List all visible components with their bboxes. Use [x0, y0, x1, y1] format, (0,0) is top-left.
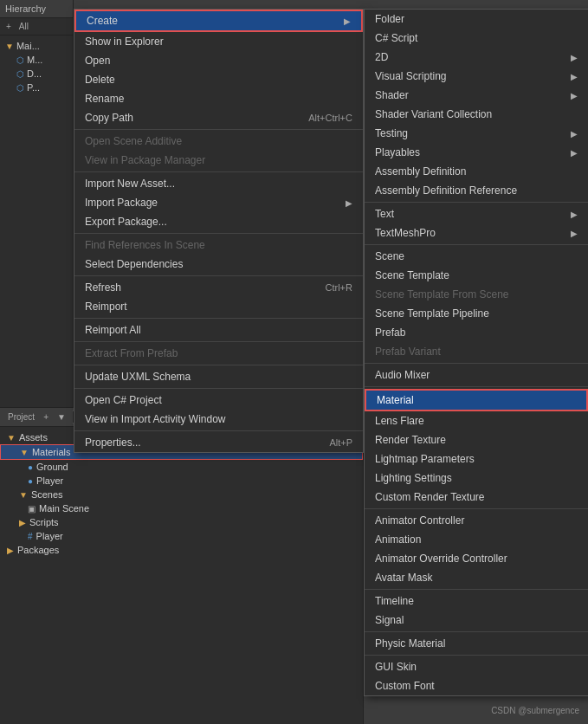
menu-item-reimport[interactable]: Reimport	[74, 297, 363, 316]
folder-icon: ▼	[20, 448, 29, 457]
sub-menu-item-material[interactable]: Material	[365, 389, 588, 411]
separator	[74, 233, 363, 234]
submenu-arrow: ▶	[571, 229, 578, 238]
project-title: Project	[5, 411, 37, 423]
sub-menu-item-custom-render-texture[interactable]: Custom Render Texture	[365, 488, 588, 507]
sub-menu-item-timeline[interactable]: Timeline	[365, 591, 588, 611]
menu-item-refresh[interactable]: Refresh Ctrl+R	[74, 278, 363, 297]
hierarchy-all-btn[interactable]: All	[16, 21, 31, 32]
menu-item-label: Playables	[375, 146, 420, 158]
asset-item-scenes[interactable]: ▼ Scenes	[0, 488, 363, 501]
sub-menu-item-animator-override[interactable]: Animator Override Controller	[365, 549, 588, 568]
sub-menu-item-lighting-settings[interactable]: Lighting Settings	[365, 469, 588, 488]
sub-menu-item-lightmap-params[interactable]: Lightmap Parameters	[365, 449, 588, 469]
menu-item-label: Delete	[85, 74, 115, 86]
menu-item-label: Open C# Project	[85, 394, 162, 406]
menu-item-delete[interactable]: Delete	[74, 70, 363, 89]
sub-menu-item-render-texture[interactable]: Render Texture	[365, 430, 588, 449]
asset-item-label: Assets	[19, 432, 48, 443]
menu-item-label: Scene Template From Scene	[375, 288, 509, 301]
sub-menu-item-visual-scripting[interactable]: Visual Scripting ▶	[365, 67, 588, 86]
sub-menu-item-text[interactable]: Text ▶	[365, 204, 588, 223]
menu-item-rename[interactable]: Rename	[74, 89, 363, 108]
sphere-icon: ●	[28, 462, 33, 472]
menu-item-properties[interactable]: Properties... Alt+P	[74, 433, 363, 452]
menu-item-label: TextMeshPro	[375, 227, 436, 239]
menu-item-label: Copy Path	[85, 112, 133, 124]
hierarchy-add-btn[interactable]: +	[3, 21, 14, 32]
separator	[74, 318, 363, 319]
menu-item-label: Reimport	[85, 301, 127, 313]
watermark: CSDN @submergence	[491, 706, 579, 715]
submenu-arrow: ▶	[344, 16, 351, 26]
sub-menu-item-shader-variant[interactable]: Shader Variant Collection	[365, 105, 588, 124]
menu-item-label: Animator Override Controller	[375, 553, 507, 565]
folder-icon: ▼	[7, 433, 16, 443]
project-add-btn[interactable]: +	[41, 411, 51, 423]
menu-item-open[interactable]: Open	[74, 51, 363, 70]
menu-item-extract-prefab: Extract From Prefab	[74, 344, 363, 363]
asset-item-ground[interactable]: ● Ground	[0, 460, 363, 474]
sub-menu-item-scene-template[interactable]: Scene Template	[365, 266, 588, 285]
sub-menu-item-custom-font[interactable]: Custom Font	[365, 676, 588, 695]
asset-item-player-script[interactable]: # Player	[0, 529, 363, 543]
asset-item-packages[interactable]: ▶ Packages	[0, 543, 363, 557]
asset-item-label: Packages	[17, 545, 59, 555]
sub-menu-item-animation[interactable]: Animation	[365, 530, 588, 549]
menu-item-label: Material	[377, 394, 414, 406]
sub-menu-item-testing[interactable]: Testing ▶	[365, 124, 588, 143]
sub-menu-item-animator-controller[interactable]: Animator Controller	[365, 511, 588, 530]
asset-item-scripts[interactable]: ▶ Scripts	[0, 515, 363, 529]
menu-item-label: Open Scene Additive	[85, 135, 182, 147]
menu-item-label: Rename	[85, 93, 124, 105]
sub-menu-item-textmeshpro[interactable]: TextMeshPro ▶	[365, 223, 588, 242]
cube-icon: ⬡	[16, 83, 24, 93]
menu-item-label: GUI Skin	[375, 661, 417, 673]
sub-menu-item-physic-material[interactable]: Physic Material	[365, 634, 588, 653]
menu-item-label: Assembly Definition	[375, 165, 466, 178]
hierarchy-item-m[interactable]: ⬡ M...	[0, 53, 73, 67]
menu-item-copy-path[interactable]: Copy Path Alt+Ctrl+C	[74, 108, 363, 127]
sub-menu-item-avatar-mask[interactable]: Avatar Mask	[365, 568, 588, 587]
sub-menu-item-scene-template-pipeline[interactable]: Scene Template Pipeline	[365, 304, 588, 323]
sub-menu-item-gui-skin[interactable]: GUI Skin	[365, 657, 588, 676]
sub-menu-item-shader[interactable]: Shader ▶	[365, 86, 588, 105]
sub-menu-item-lens-flare[interactable]: Lens Flare	[365, 411, 588, 430]
menu-item-import-package[interactable]: Import Package ▶	[74, 193, 363, 212]
sub-menu-item-audio-mixer[interactable]: Audio Mixer	[365, 365, 588, 385]
hierarchy-item-p[interactable]: ⬡ P...	[0, 81, 73, 94]
sub-menu-item-2d[interactable]: 2D ▶	[365, 48, 588, 67]
sub-menu-item-assembly-def[interactable]: Assembly Definition	[365, 162, 588, 181]
sub-menu-item-scene[interactable]: Scene	[365, 247, 588, 266]
menu-item-open-csharp[interactable]: Open C# Project	[74, 391, 363, 410]
menu-item-label: Refresh	[85, 281, 121, 294]
asset-item-label: Materials	[32, 447, 71, 457]
menu-item-show-explorer[interactable]: Show in Explorer	[74, 32, 363, 51]
menu-item-select-dependencies[interactable]: Select Dependencies	[74, 255, 363, 274]
menu-item-update-uxml[interactable]: Update UXML Schema	[74, 367, 363, 386]
script-icon: #	[28, 532, 33, 541]
menu-item-reimport-all[interactable]: Reimport All	[74, 320, 363, 339]
submenu-arrow: ▶	[571, 91, 578, 100]
hierarchy-item-main[interactable]: ▼ Mai...	[0, 39, 73, 53]
menu-item-label: Find References In Scene	[85, 239, 205, 251]
asset-item-main-scene[interactable]: ▣ Main Scene	[0, 501, 363, 515]
sub-menu-item-assembly-def-ref[interactable]: Assembly Definition Reference	[365, 181, 588, 200]
asset-item-player-material[interactable]: ● Player	[0, 474, 363, 488]
menu-item-create[interactable]: Create ▶	[74, 10, 363, 32]
hierarchy-item-d[interactable]: ⬡ D...	[0, 67, 73, 81]
project-search-toggle[interactable]: ▼	[55, 411, 68, 423]
menu-item-view-import-activity[interactable]: View in Import Activity Window	[74, 410, 363, 429]
sub-menu-item-playables[interactable]: Playables ▶	[365, 143, 588, 162]
sub-menu-item-prefab-variant: Prefab Variant	[365, 342, 588, 361]
sub-menu-item-prefab[interactable]: Prefab	[365, 323, 588, 342]
menu-item-import-new-asset[interactable]: Import New Asset...	[74, 174, 363, 193]
sub-menu-item-folder[interactable]: Folder	[365, 10, 588, 29]
separator	[365, 202, 588, 203]
menu-item-label: Lighting Settings	[375, 472, 452, 484]
menu-item-export-package[interactable]: Export Package...	[74, 212, 363, 231]
menu-item-label: Timeline	[375, 595, 414, 607]
sub-menu-item-csharp[interactable]: C# Script	[365, 29, 588, 48]
sub-menu-item-signal[interactable]: Signal	[365, 611, 588, 630]
asset-item-label: Player	[36, 475, 63, 486]
